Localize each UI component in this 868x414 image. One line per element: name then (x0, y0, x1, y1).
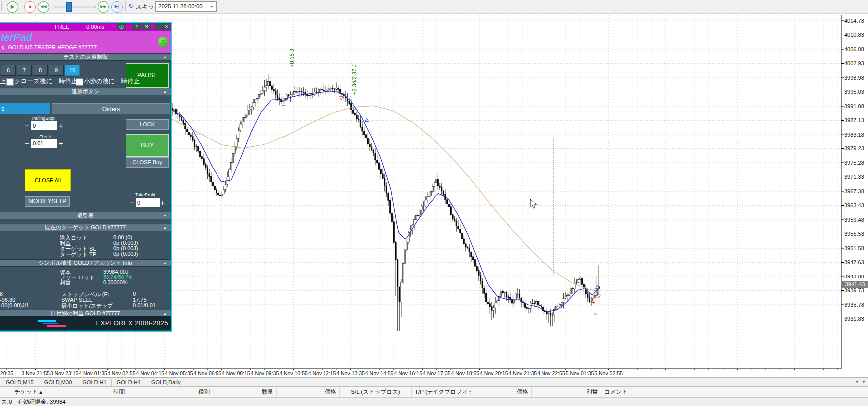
trailingstop-label: TrailingStop (31, 116, 55, 121)
testerpad-panel: FREE 0.00ms ⓘ ? ⚒ _ ✕ sterPad す GOLD M5 … (0, 22, 172, 332)
trade-profit-annotation: +2.34/2.37 J (351, 64, 357, 95)
info-value: 0.01/0.01 (133, 302, 156, 308)
collapse-arrow-icon[interactable]: ▲ (163, 260, 167, 266)
orders-column-header[interactable]: 価格 (277, 387, 340, 397)
skip-date-value: 2025.11.28 00:00 (158, 3, 203, 9)
current-price-tag: 3941.43 (842, 281, 868, 288)
orders-column-header[interactable]: 数量 (213, 387, 277, 397)
tab-orders[interactable]: Orders (52, 103, 170, 114)
smiley-icon[interactable]: ☺ (158, 37, 168, 47)
orders-column-header[interactable]: S/L (ストップロス) (340, 387, 412, 397)
stop-icon[interactable]: ■ (24, 1, 36, 13)
time-axis-label: 4 Nov 14:55 (365, 370, 394, 376)
panel-title-bar[interactable]: FREE 0.00ms ⓘ ? ⚒ _ ✕ (0, 23, 171, 31)
speed-button-7[interactable]: 7 (17, 65, 32, 76)
price-axis-label: 3935.78 (844, 302, 864, 308)
lot-minus-button[interactable]: − (25, 139, 29, 147)
price-axis-label: 3998.98 (844, 75, 864, 81)
chart-tab-gold-daily[interactable]: GOLD,Daily (146, 379, 186, 386)
trailing-plus-button[interactable]: + (59, 121, 63, 130)
expforex-credit: EXPFOREX 2008-2025 (96, 319, 168, 327)
speed-button-6[interactable]: 6 (1, 65, 16, 76)
tools-icon[interactable]: ⚒ (142, 23, 151, 30)
info-value: 0 (133, 291, 136, 297)
time-axis-label: 4 Nov 05:35 (165, 370, 193, 376)
rewind-icon[interactable]: ◀◀ (38, 1, 49, 13)
tab-positions[interactable]: s (0, 103, 50, 114)
minimize-icon[interactable]: _ (155, 23, 163, 30)
orders-column-header[interactable]: T/P (テイクプロフィット) (412, 387, 471, 397)
speed-button-8[interactable]: 8 (33, 65, 48, 76)
takeprofit-minus-button[interactable]: − (129, 198, 134, 207)
close-buy-button[interactable]: CLOSE Buy (126, 157, 169, 168)
time-axis-label: 4 Nov 16:15 (394, 370, 422, 376)
help-icon[interactable]: ? (132, 23, 141, 30)
pause-after-bar-checkbox[interactable] (76, 78, 83, 86)
orders-column-header[interactable]: コメント (601, 387, 868, 397)
status-bar: ス:0 有効証拠金: 39984 (0, 397, 868, 406)
chart-tab-gold-m15[interactable]: GOLD,M15 (1, 379, 39, 386)
skip-date-input[interactable]: 2025.11.28 00:00 ▼ (155, 1, 217, 12)
tester-toolbar: ▶ ■ ◀◀ ▶▶ ▶| ↻ スキップ 2025.11.28 00:00 ▼ (0, 0, 868, 14)
skip-to-end-icon[interactable]: ▶| (111, 1, 123, 13)
speed-slider-handle[interactable] (66, 2, 72, 12)
play-icon[interactable]: ▶ (7, 1, 18, 13)
skip-icon[interactable]: ↻ (128, 2, 134, 10)
license-label: FREE (55, 23, 69, 31)
buy-button[interactable]: BUY (126, 134, 169, 157)
pause-after-close-checkbox[interactable] (6, 78, 14, 86)
tab-scroll-arrows[interactable]: ◂ ▸ (855, 379, 867, 384)
orders-column-header[interactable]: チケット ▴ (0, 387, 57, 397)
collapse-arrow-icon[interactable]: ▲ (163, 54, 167, 60)
orders-column-header[interactable]: 価格 (471, 387, 532, 397)
lock-button[interactable]: LOCK (126, 119, 169, 130)
modify-sltp-button[interactable]: MODIFYSLTP (25, 196, 70, 207)
trailing-minus-button[interactable]: − (25, 121, 29, 130)
price-axis-label: 3979.23 (844, 145, 864, 151)
chart-tab-gold-h4[interactable]: GOLD,H4 (112, 379, 146, 386)
brand-subtitle: す GOLD M5 TESTER HEDGE #77777 (1, 44, 97, 51)
collapse-arrow-icon[interactable]: ▲ (163, 88, 167, 95)
trailingstop-input[interactable] (31, 121, 57, 130)
price-axis-label: 3995.03 (844, 89, 864, 95)
speed-button-10[interactable]: 10 (65, 65, 80, 76)
latency-label: 0.00ms (86, 23, 104, 31)
info-label: 利益 (60, 279, 71, 287)
pause-after-close-label: クローズ後に一時停止 (14, 77, 77, 86)
price-axis-label: 3963.43 (844, 202, 864, 208)
fast-forward-icon[interactable]: ▶▶ (98, 1, 109, 13)
orders-column-header[interactable]: 利益 (532, 387, 601, 397)
close-icon[interactable]: ✕ (163, 23, 170, 30)
time-axis-label: 4 Nov 08:15 (222, 370, 250, 376)
section-header-extra[interactable]: 追加ボタン▲ (0, 88, 171, 95)
section-header-target[interactable]: 現在のターゲット GOLD #77777▲ (0, 224, 171, 231)
collapse-arrow-icon[interactable]: ▲ (163, 224, 167, 231)
takeprofit-input[interactable] (136, 198, 160, 207)
info-icon[interactable]: ⓘ (117, 23, 126, 30)
chart-tab-gold-m30[interactable]: GOLD,M30 (39, 379, 78, 386)
mouse-cursor-icon (530, 199, 536, 208)
orders-column-header[interactable]: 種別 (128, 387, 213, 397)
lot-plus-button[interactable]: + (59, 139, 63, 147)
orders-column-header[interactable]: 時間 (57, 387, 128, 397)
speed-button-9[interactable]: 9 (49, 65, 64, 76)
takeprofit-plus-button[interactable]: + (160, 198, 165, 207)
time-axis-label: 4 Nov 21:35 (509, 370, 537, 376)
chart-tab-gold-h1[interactable]: GOLD,H1 (77, 379, 111, 386)
expand-arrow-icon[interactable]: ▼ (163, 212, 167, 219)
section-header-trades[interactable]: 取引表▼ (0, 212, 171, 219)
section-header-symbol[interactable]: シンボル情報 GOLD / アカウント Info▲ (0, 259, 171, 267)
chevron-down-icon[interactable]: ▼ (208, 2, 215, 11)
close-all-button[interactable]: CLOSE All (25, 169, 71, 191)
section-label: 日付別の利益 GOLD #77777 (50, 310, 120, 316)
trade-profit-annotation: +0.15 J (289, 49, 295, 67)
speed-slider-track[interactable] (54, 6, 96, 8)
time-axis-label: 20:35 (0, 370, 13, 376)
price-axis-label: 3987.13 (844, 117, 864, 123)
lot-input[interactable] (31, 139, 57, 148)
price-axis-label: 3983.18 (844, 132, 864, 138)
info-label: ターゲット TP (60, 251, 96, 258)
mini-chart-cyan-bar (38, 320, 56, 322)
toolbar-grip (125, 1, 126, 11)
section-header-speed[interactable]: テストの速度制御▲ (0, 53, 171, 61)
